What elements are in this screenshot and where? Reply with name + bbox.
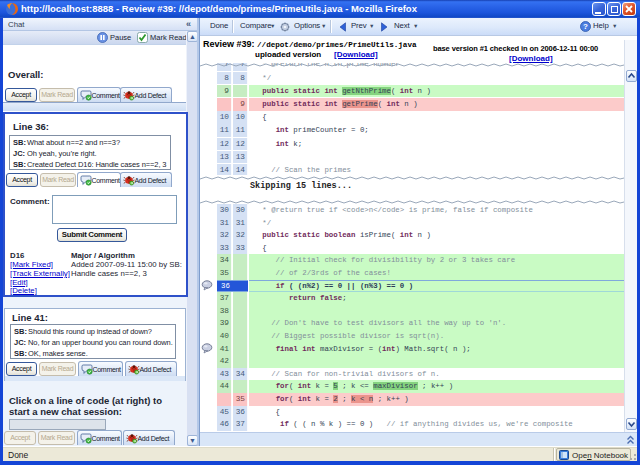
- svg-text:?: ?: [583, 22, 588, 31]
